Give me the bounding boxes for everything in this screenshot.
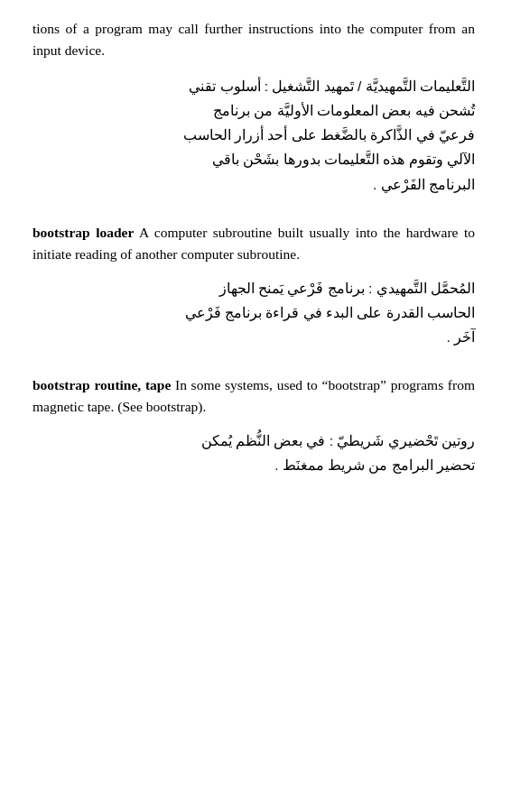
arabic-line-2-2: الحاسب القدرة على البدء في قراءة برنامج …: [33, 300, 475, 325]
entry2-text: bootstrap routine, tape In some systems,…: [33, 374, 475, 418]
entry-bootstrap-loader: bootstrap loader A computer subroutine b…: [33, 222, 475, 265]
entry1-term: bootstrap loader: [33, 225, 134, 240]
arabic-line-1-3: فرعيّ في الذَّاكرة بالضَّغط على أحد أزرا…: [33, 123, 475, 147]
intro-paragraph: tions of a program may call further inst…: [33, 18, 475, 61]
arabic-line-1-1: التَّعليمات التَّمهيديَّة / تَمهيد التَّ…: [33, 74, 475, 98]
arabic-line-3-2: تحضير البرامج من شريط ممغنَط .: [33, 453, 475, 477]
arabic-line-3-1: روتين تَحْضيري شَريطيّ : في بعض النُّظم …: [33, 429, 475, 453]
arabic-line-1-4: الآلي وتقوم هذه التَّعليمات بدورها بشَحْ…: [33, 147, 475, 171]
arabic-block-2: المُحمَّل التَّمهيدي : برنامج فَرْعي يَم…: [33, 276, 475, 349]
entry2-term: bootstrap routine, tape: [33, 377, 171, 392]
arabic-line-2-3: آخَر .: [33, 325, 475, 349]
arabic-block-3: روتين تَحْضيري شَريطيّ : في بعض النُّظم …: [33, 429, 475, 477]
arabic-block-1: التَّعليمات التَّمهيديَّة / تَمهيد التَّ…: [33, 74, 475, 197]
arabic-line-1-2: تُشحن فيه بعض المعلومات الأوليَّة من برن…: [33, 98, 475, 123]
arabic-line-1-5: البرنامج الفَرْعي .: [33, 172, 475, 197]
entry-bootstrap-routine: bootstrap routine, tape In some systems,…: [33, 374, 475, 418]
arabic-line-2-1: المُحمَّل التَّمهيدي : برنامج فَرْعي يَم…: [33, 276, 475, 300]
entry1-text: bootstrap loader A computer subroutine b…: [33, 222, 475, 265]
